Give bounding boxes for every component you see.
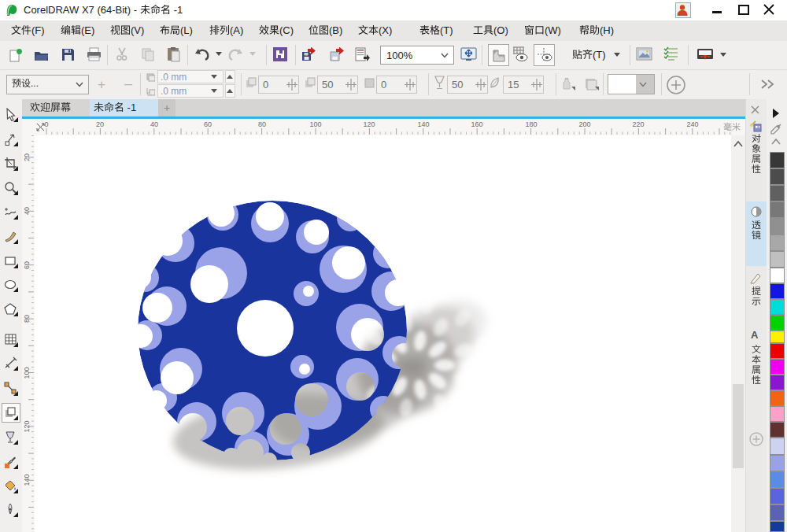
svg-text:40: 40 xyxy=(23,207,31,215)
svg-text:220: 220 xyxy=(632,120,644,128)
svg-text:120: 120 xyxy=(363,120,375,128)
svg-text:60: 60 xyxy=(23,261,31,269)
svg-text:(O): (O) xyxy=(493,25,508,36)
svg-text:(H): (H) xyxy=(600,25,614,36)
svg-text:(V): (V) xyxy=(131,25,144,36)
svg-text:(L): (L) xyxy=(180,25,193,36)
svg-text:140: 140 xyxy=(417,120,429,128)
svg-text:(E): (E) xyxy=(81,25,94,36)
svg-text:-1: -1 xyxy=(124,102,136,113)
svg-text:20: 20 xyxy=(96,120,104,128)
svg-text:80: 80 xyxy=(23,315,31,323)
svg-text:240: 240 xyxy=(686,120,698,128)
svg-text:(X): (X) xyxy=(379,25,392,36)
svg-text:20: 20 xyxy=(23,153,31,161)
svg-text:(B): (B) xyxy=(329,25,342,36)
svg-text:(T): (T) xyxy=(593,50,606,61)
svg-text:140: 140 xyxy=(23,474,31,486)
svg-text:(W): (W) xyxy=(545,25,561,36)
svg-text:60: 60 xyxy=(204,120,212,128)
svg-text:180: 180 xyxy=(525,120,537,128)
svg-text:(A): (A) xyxy=(230,25,243,36)
svg-text:...: ... xyxy=(31,79,39,89)
svg-text:(F): (F) xyxy=(31,25,45,36)
svg-text:200: 200 xyxy=(578,120,590,128)
svg-text:160: 160 xyxy=(471,120,482,128)
svg-text:-1: -1 xyxy=(171,5,183,16)
svg-text:100: 100 xyxy=(309,120,321,128)
svg-text:100: 100 xyxy=(23,367,31,379)
svg-text:120: 120 xyxy=(23,420,31,432)
svg-text:40: 40 xyxy=(150,120,158,128)
svg-text:80: 80 xyxy=(258,120,266,128)
svg-text:CorelDRAW X7 (64-Bit) -: CorelDRAW X7 (64-Bit) - xyxy=(24,5,140,16)
svg-text:(T): (T) xyxy=(440,25,453,36)
svg-text:(C): (C) xyxy=(279,25,294,36)
